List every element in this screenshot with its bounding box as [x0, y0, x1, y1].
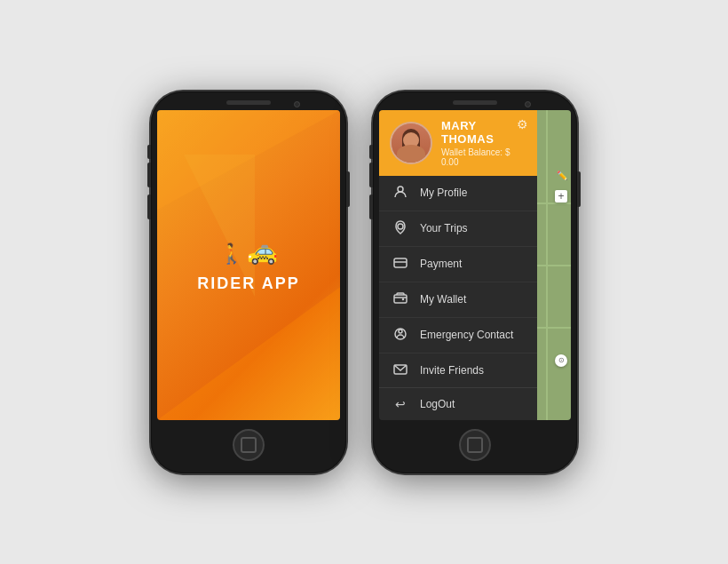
menu-item-invite-friends[interactable]: Invite Friends	[379, 353, 537, 387]
taxi-icon: 🚕	[247, 236, 278, 266]
front-camera	[294, 101, 300, 107]
mute-btn[interactable]	[147, 145, 151, 159]
logout-label: LogOut	[420, 398, 455, 410]
volume-down-btn[interactable]	[147, 195, 151, 219]
person-icon: 🚶	[219, 242, 243, 266]
menu-item-my-wallet[interactable]: My Wallet	[379, 282, 537, 318]
menu-item-payment[interactable]: Payment	[379, 247, 537, 282]
menu-item-emergency-contact[interactable]: Emergency Contact	[379, 318, 537, 353]
scene: 🚶 🚕 RIDER APP	[151, 91, 577, 473]
phone-bottom-bar	[151, 420, 346, 473]
your-trips-label: Your Trips	[420, 222, 468, 234]
speaker-r	[453, 100, 497, 105]
app-title: RIDER APP	[197, 274, 299, 293]
menu-screen: ✏️ + ⊙ MARY THOMAS Walle	[379, 110, 571, 420]
front-camera-r	[525, 101, 531, 107]
menu-list: My ProfileYour TripsPaymentMy WalletEmer…	[379, 176, 537, 387]
user-avatar	[390, 122, 432, 164]
payment-label: Payment	[420, 258, 462, 270]
invite-friends-label: Invite Friends	[420, 364, 484, 377]
phone-top-bar	[151, 91, 346, 110]
speaker	[226, 100, 271, 105]
my-profile-label: My Profile	[420, 187, 467, 199]
svg-point-0	[398, 187, 403, 192]
svg-rect-4	[394, 295, 407, 303]
logout-item[interactable]: ↩ LogOut	[379, 387, 537, 420]
wallet-balance-header: Wallet Balance: $ 0.00	[441, 147, 526, 167]
menu-header: MARY THOMAS Wallet Balance: $ 0.00 ⚙	[379, 110, 537, 176]
power-btn[interactable]	[346, 171, 350, 207]
emergency-contact-label: Emergency Contact	[420, 329, 513, 341]
phone-left: 🚶 🚕 RIDER APP	[151, 91, 346, 473]
settings-icon[interactable]: ⚙	[517, 117, 528, 131]
my-wallet-icon	[392, 291, 409, 308]
volume-down-btn-r[interactable]	[369, 195, 373, 219]
your-trips-icon	[392, 220, 409, 237]
volume-up-btn-r[interactable]	[369, 163, 373, 187]
ride-illustration: 🚶 🚕	[219, 236, 278, 266]
user-name: MARY THOMAS	[441, 119, 526, 146]
svg-point-1	[398, 224, 403, 229]
svg-point-6	[399, 330, 402, 333]
logout-icon: ↩	[392, 397, 409, 411]
home-button-r[interactable]	[459, 429, 491, 461]
volume-up-btn[interactable]	[147, 163, 151, 187]
splash-screen: 🚶 🚕 RIDER APP	[157, 110, 340, 420]
mute-btn-r[interactable]	[369, 145, 373, 159]
payment-icon	[392, 256, 409, 273]
user-info: MARY THOMAS Wallet Balance: $ 0.00	[441, 119, 526, 167]
my-profile-icon	[392, 185, 409, 202]
svg-rect-2	[394, 258, 407, 267]
power-btn-r[interactable]	[577, 171, 581, 207]
menu-item-my-profile[interactable]: My Profile	[379, 176, 537, 211]
splash-content: 🚶 🚕 RIDER APP	[197, 236, 299, 293]
home-button[interactable]	[233, 429, 265, 461]
phone-bottom-bar-r	[373, 420, 577, 473]
phone-top-bar-r	[373, 91, 577, 110]
menu-item-your-trips[interactable]: Your Trips	[379, 211, 537, 247]
my-wallet-label: My Wallet	[420, 293, 466, 306]
invite-friends-icon	[392, 362, 409, 379]
emergency-contact-icon	[392, 327, 409, 344]
phone-right: ✏️ + ⊙ MARY THOMAS Walle	[373, 91, 577, 473]
